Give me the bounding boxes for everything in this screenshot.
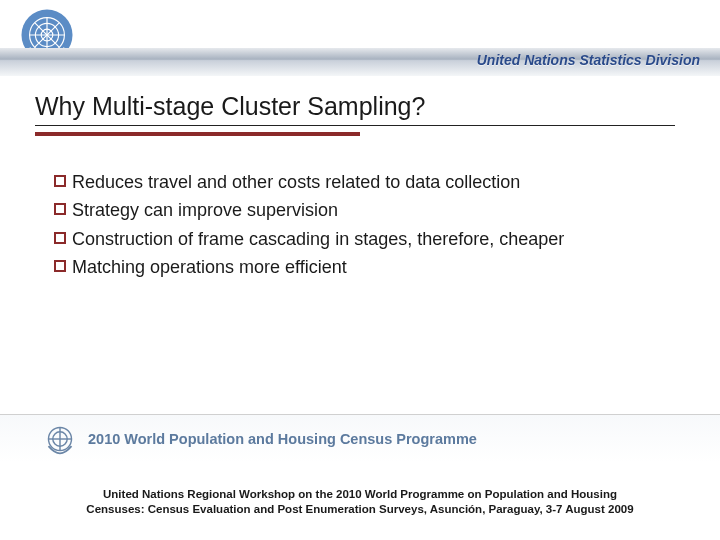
bullet-text: Matching operations more efficient <box>72 255 674 279</box>
title-underline-accent <box>35 132 360 136</box>
bullet-text: Reduces travel and other costs related t… <box>72 170 674 194</box>
un-logo-small-icon <box>42 421 78 457</box>
footer-programme-text: 2010 World Population and Housing Census… <box>88 431 477 447</box>
list-item: Strategy can improve supervision <box>54 198 674 222</box>
list-item: Construction of frame cascading in stage… <box>54 227 674 251</box>
bullet-square-icon <box>54 232 66 244</box>
footer-caption-line2: Censuses: Census Evaluation and Post Enu… <box>86 503 633 515</box>
bullet-square-icon <box>54 175 66 187</box>
footer-caption-line1: United Nations Regional Workshop on the … <box>103 488 617 500</box>
footer-caption: United Nations Regional Workshop on the … <box>0 487 720 518</box>
header: United Nations Statistics Division <box>0 0 720 75</box>
footer-band: 2010 World Population and Housing Census… <box>0 414 720 462</box>
list-item: Reduces travel and other costs related t… <box>54 170 674 194</box>
slide-content: Reduces travel and other costs related t… <box>54 170 674 283</box>
bullet-text: Construction of frame cascading in stage… <box>72 227 674 251</box>
bullet-square-icon <box>54 260 66 272</box>
header-org-text: United Nations Statistics Division <box>477 52 700 68</box>
slide-title: Why Multi-stage Cluster Sampling? <box>35 92 425 121</box>
bullet-text: Strategy can improve supervision <box>72 198 674 222</box>
list-item: Matching operations more efficient <box>54 255 674 279</box>
title-underline-thin <box>35 125 675 126</box>
bullet-square-icon <box>54 203 66 215</box>
